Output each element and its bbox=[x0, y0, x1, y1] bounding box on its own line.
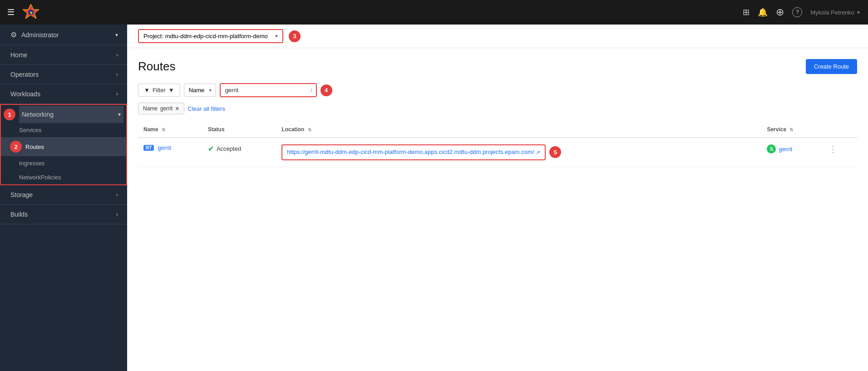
filter-tag-value: gerrit bbox=[160, 105, 173, 112]
hamburger-icon[interactable]: ☰ bbox=[7, 7, 15, 17]
sidebar-sub-networkpolicies[interactable]: NetworkPolicies bbox=[1, 170, 126, 184]
search-input-wrapper: / bbox=[220, 83, 317, 97]
sidebar-label-workloads: Workloads bbox=[10, 90, 40, 98]
row-service-cell: S gerrit bbox=[761, 138, 824, 167]
routes-table: Name ⇅ Status Location ⇅ Service ⇅ bbox=[138, 122, 857, 167]
sidebar-item-administrator[interactable]: ⚙ Administrator ▾ bbox=[0, 25, 127, 45]
workloads-chevron: › bbox=[116, 91, 118, 97]
callout-2: 2 bbox=[10, 141, 22, 153]
active-filters: Name gerrit × Clear all filters bbox=[138, 103, 857, 114]
col-location: Location ⇅ bbox=[276, 122, 761, 138]
sort-name-icon[interactable]: ⇅ bbox=[162, 127, 165, 132]
sidebar-sub-ingresses[interactable]: Ingresses bbox=[1, 156, 126, 170]
sort-service-icon[interactable]: ⇅ bbox=[789, 127, 793, 132]
user-name: Mykola Petrenko bbox=[810, 9, 854, 16]
create-route-button[interactable]: Create Route bbox=[806, 59, 857, 74]
sidebar-item-home[interactable]: Home › bbox=[0, 45, 127, 65]
name-select[interactable]: Name bbox=[184, 84, 216, 97]
sidebar-item-operators[interactable]: Operators › bbox=[0, 65, 127, 84]
user-chevron: ▼ bbox=[856, 10, 861, 15]
project-bar: Project: mdtu-ddm-edp-cicd-mm-platform-d… bbox=[127, 25, 868, 48]
sidebar-label-operators: Operators bbox=[10, 71, 39, 78]
sidebar-label-builds: Builds bbox=[10, 211, 28, 218]
logo: ⚜ bbox=[22, 3, 40, 21]
callout-5: 5 bbox=[549, 146, 561, 158]
administrator-icon: ⚙ bbox=[10, 30, 17, 39]
filter-bar: ▼ Filter ▼ Name / 4 bbox=[138, 83, 857, 97]
sidebar: ⚙ Administrator ▾ Home › Operators › Wor… bbox=[0, 25, 127, 371]
content-area: Project: mdtu-ddm-edp-cicd-mm-platform-d… bbox=[127, 25, 868, 371]
sort-location-icon[interactable]: ⇅ bbox=[308, 127, 311, 132]
search-input[interactable] bbox=[221, 84, 316, 96]
storage-chevron: › bbox=[116, 192, 118, 198]
col-name: Name ⇅ bbox=[138, 122, 202, 138]
filter-funnel-icon: ▼ bbox=[144, 87, 150, 94]
callout-4: 4 bbox=[321, 84, 332, 96]
check-icon: ✔ bbox=[208, 144, 214, 153]
svg-text:⚜: ⚜ bbox=[30, 11, 33, 15]
sidebar-label-administrator: Administrator bbox=[21, 31, 59, 39]
sidebar-item-workloads[interactable]: Workloads › bbox=[0, 84, 127, 104]
table-body: RT gerrit ✔ Accepted bbox=[138, 138, 857, 167]
administrator-chevron: ▾ bbox=[115, 32, 118, 38]
operators-chevron: › bbox=[116, 71, 118, 78]
col-status: Status bbox=[202, 122, 276, 138]
table-header: Name ⇅ Status Location ⇅ Service ⇅ bbox=[138, 122, 857, 138]
plus-icon[interactable]: ⊕ bbox=[776, 6, 784, 18]
sidebar-sub-routes[interactable]: 2 Routes bbox=[1, 137, 126, 156]
location-url: https://gerrit-mdtu-ddm-edp-cicd-mm-plat… bbox=[287, 148, 534, 156]
route-name-link[interactable]: gerrit bbox=[158, 144, 171, 151]
sidebar-label-networking: Networking bbox=[22, 111, 54, 118]
topbar-right: ⊞ 🔔 ⊕ ? Mykola Petrenko ▼ bbox=[743, 6, 861, 18]
location-link[interactable]: https://gerrit-mdtu-ddm-edp-cicd-mm-plat… bbox=[287, 148, 540, 157]
networking-chevron: ▾ bbox=[118, 111, 121, 118]
sidebar-sub-services[interactable]: Services bbox=[1, 123, 126, 137]
page-header: Routes Create Route bbox=[138, 59, 857, 74]
builds-chevron: › bbox=[116, 211, 118, 218]
row-location-cell: https://gerrit-mdtu-ddm-edp-cicd-mm-plat… bbox=[276, 138, 761, 167]
col-actions bbox=[824, 122, 857, 138]
page-content: Routes Create Route ▼ Filter ▼ Name / 4 bbox=[127, 48, 868, 371]
row-status-cell: ✔ Accepted bbox=[202, 138, 276, 167]
page-title: Routes bbox=[138, 59, 175, 74]
sidebar-item-storage[interactable]: Storage › bbox=[0, 185, 127, 205]
status-text: Accepted bbox=[217, 145, 241, 152]
user-menu[interactable]: Mykola Petrenko ▼ bbox=[810, 9, 861, 16]
row-actions-cell: ⋮ bbox=[824, 138, 857, 167]
filter-label: Filter bbox=[153, 87, 166, 94]
sidebar-item-networking[interactable]: Networking ▾ bbox=[19, 106, 123, 123]
sidebar-label-home: Home bbox=[10, 51, 27, 59]
s-badge: S bbox=[767, 144, 776, 153]
filter-chevron: ▼ bbox=[168, 87, 174, 94]
topbar: ☰ ⚜ ⊞ 🔔 ⊕ ? Mykola Petrenko ▼ bbox=[0, 0, 868, 25]
project-select-wrapper: Project: mdtu-ddm-edp-cicd-mm-platform-d… bbox=[138, 29, 283, 43]
project-select[interactable]: Project: mdtu-ddm-edp-cicd-mm-platform-d… bbox=[138, 29, 283, 43]
filter-tag-key: Name bbox=[143, 105, 158, 112]
main-layout: ⚙ Administrator ▾ Home › Operators › Wor… bbox=[0, 25, 868, 371]
home-chevron: › bbox=[116, 52, 118, 58]
help-icon[interactable]: ? bbox=[792, 7, 802, 17]
kebab-menu-button[interactable]: ⋮ bbox=[829, 145, 838, 154]
bell-icon[interactable]: 🔔 bbox=[758, 7, 768, 17]
external-link-icon: ↗ bbox=[536, 149, 540, 157]
filter-button[interactable]: ▼ Filter ▼ bbox=[138, 84, 180, 97]
table-row: RT gerrit ✔ Accepted bbox=[138, 138, 857, 167]
rt-badge: RT bbox=[143, 145, 154, 151]
location-box: https://gerrit-mdtu-ddm-edp-cicd-mm-plat… bbox=[281, 144, 546, 160]
grid-icon[interactable]: ⊞ bbox=[743, 7, 750, 17]
name-select-wrapper: Name bbox=[184, 84, 216, 97]
sidebar-item-builds[interactable]: Builds › bbox=[0, 205, 127, 224]
filter-tag-name: Name gerrit × bbox=[138, 103, 184, 114]
col-service: Service ⇅ bbox=[761, 122, 824, 138]
clear-filters-button[interactable]: Clear all filters bbox=[188, 105, 225, 112]
topbar-left: ☰ ⚜ bbox=[7, 3, 40, 21]
callout-3: 3 bbox=[289, 30, 301, 42]
sidebar-label-storage: Storage bbox=[10, 191, 33, 198]
filter-tag-close[interactable]: × bbox=[175, 105, 179, 112]
service-link[interactable]: gerrit bbox=[779, 146, 792, 153]
search-slash-icon: / bbox=[311, 87, 312, 94]
row-name-cell: RT gerrit bbox=[138, 138, 202, 167]
callout-1: 1 bbox=[4, 109, 15, 120]
